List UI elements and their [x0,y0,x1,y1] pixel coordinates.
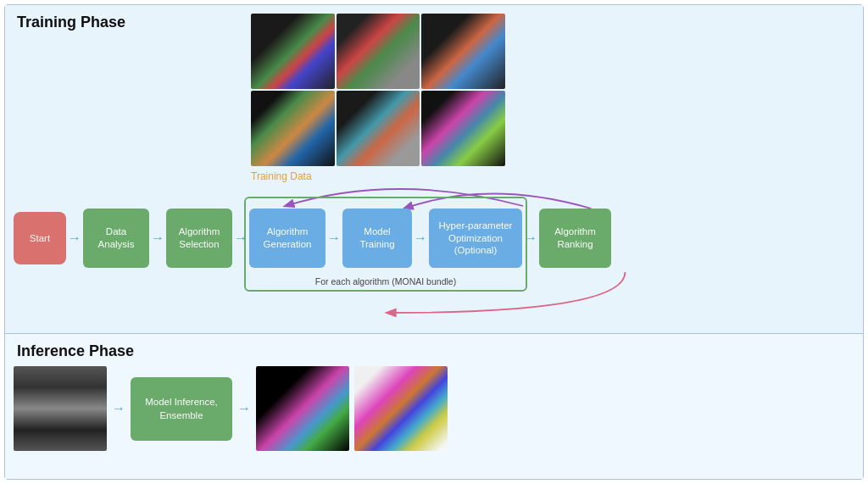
inf-arrow-2: → [237,401,251,416]
flow-area: Start → DataAnalysis → AlgorithmSelectio… [14,187,854,319]
node-algo-ranking: AlgorithmRanking [539,209,611,268]
node-algo-selection: AlgorithmSelection [166,209,232,268]
for-each-label: For each algorithm (MONAI bundle) [249,276,522,287]
main-container: Training Phase Training Data [4,4,864,480]
unseen-data-image [14,366,107,451]
output-segmentation-image [256,366,349,451]
arrow-3: → [234,231,248,246]
flow-boxes: Start → DataAnalysis → AlgorithmSelectio… [14,204,854,272]
arrow-2: → [151,231,164,246]
inference-phase: Inference Phase Unseen Data → Model Infe… [5,334,863,479]
model-inference-box: Model Inference, Ensemble [131,377,232,441]
training-image-6 [421,91,505,166]
inf-arrow-1: → [112,401,125,416]
training-image-5 [337,91,420,166]
node-data-analysis: DataAnalysis [83,209,149,268]
node-start: Start [14,212,66,264]
arrow-6: → [524,231,537,246]
training-image-3 [421,14,505,89]
output-3d-image [354,366,448,451]
inference-flow: → Model Inference, Ensemble → [14,366,854,451]
node-model-training: ModelTraining [342,209,412,268]
training-data-label: Training Data [251,170,312,182]
node-hyper-param: Hyper-parameterOptimization(Optional) [429,209,522,268]
inference-phase-title: Inference Phase [17,342,851,360]
arrow-5: → [414,231,427,246]
training-image-2 [337,14,420,89]
arrow-1: → [68,231,81,246]
training-images-grid [251,14,505,166]
node-algo-gen: AlgorithmGeneration [249,209,326,268]
training-image-1 [251,14,335,89]
arrow-4: → [327,231,341,246]
training-phase: Training Phase Training Data [5,5,863,334]
training-image-4 [251,91,335,166]
